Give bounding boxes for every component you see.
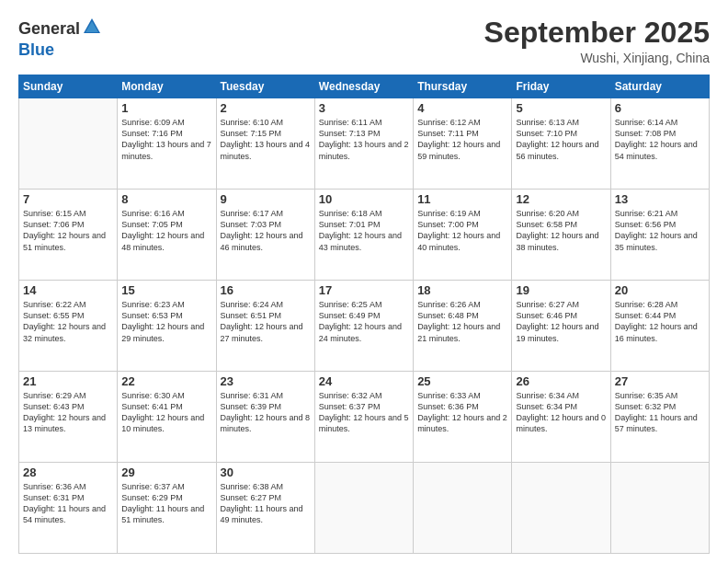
day-info: Sunrise: 6:17 AM Sunset: 7:03 PM Dayligh… [221,208,311,253]
day-number: 27 [615,374,705,388]
day-number: 19 [516,283,606,297]
day-number: 26 [516,374,606,388]
col-wednesday: Wednesday [314,75,413,98]
day-number: 29 [121,465,211,479]
day-info: Sunrise: 6:28 AM Sunset: 6:44 PM Dayligh… [615,299,705,344]
page: General Blue September 2025 Wushi, Xinji… [0,0,728,563]
table-row: 3Sunrise: 6:11 AM Sunset: 7:13 PM Daylig… [314,98,413,190]
table-row: 16Sunrise: 6:24 AM Sunset: 6:51 PM Dayli… [216,281,314,372]
table-row: 2Sunrise: 6:10 AM Sunset: 7:15 PM Daylig… [216,98,314,190]
table-row: 22Sunrise: 6:30 AM Sunset: 6:41 PM Dayli… [118,372,216,463]
day-number: 21 [23,374,113,388]
day-info: Sunrise: 6:09 AM Sunset: 7:16 PM Dayligh… [121,117,211,162]
day-number: 22 [121,374,211,388]
table-row [512,463,610,554]
day-info: Sunrise: 6:18 AM Sunset: 7:01 PM Dayligh… [319,208,409,253]
col-saturday: Saturday [610,75,709,98]
table-row: 1Sunrise: 6:09 AM Sunset: 7:16 PM Daylig… [118,98,216,190]
day-info: Sunrise: 6:31 AM Sunset: 6:39 PM Dayligh… [221,390,311,435]
header: General Blue September 2025 Wushi, Xinji… [18,17,710,65]
col-friday: Friday [512,75,610,98]
table-row [414,463,512,554]
day-number: 20 [615,283,705,297]
day-number: 4 [417,101,507,115]
table-row: 30Sunrise: 6:38 AM Sunset: 6:27 PM Dayli… [216,463,314,554]
calendar-table: Sunday Monday Tuesday Wednesday Thursday… [18,75,710,554]
calendar-header-row: Sunday Monday Tuesday Wednesday Thursday… [19,75,710,98]
day-info: Sunrise: 6:29 AM Sunset: 6:43 PM Dayligh… [23,390,113,435]
table-row: 10Sunrise: 6:18 AM Sunset: 7:01 PM Dayli… [314,190,413,281]
table-row: 5Sunrise: 6:13 AM Sunset: 7:10 PM Daylig… [512,98,610,190]
day-number: 10 [319,192,409,206]
day-number: 14 [23,283,113,297]
day-info: Sunrise: 6:26 AM Sunset: 6:48 PM Dayligh… [417,299,507,344]
day-info: Sunrise: 6:10 AM Sunset: 7:15 PM Dayligh… [221,117,311,162]
day-number: 9 [221,192,311,206]
month-title: September 2025 [484,17,710,49]
day-number: 2 [221,101,311,115]
day-number: 15 [121,283,211,297]
day-info: Sunrise: 6:34 AM Sunset: 6:34 PM Dayligh… [516,390,606,435]
day-number: 12 [516,192,606,206]
day-number: 24 [319,374,409,388]
day-info: Sunrise: 6:14 AM Sunset: 7:08 PM Dayligh… [615,117,705,162]
table-row: 11Sunrise: 6:19 AM Sunset: 7:00 PM Dayli… [414,190,512,281]
day-info: Sunrise: 6:23 AM Sunset: 6:53 PM Dayligh… [121,299,211,344]
day-number: 11 [417,192,507,206]
day-info: Sunrise: 6:20 AM Sunset: 6:58 PM Dayligh… [516,208,606,253]
table-row: 29Sunrise: 6:37 AM Sunset: 6:29 PM Dayli… [118,463,216,554]
day-info: Sunrise: 6:13 AM Sunset: 7:10 PM Dayligh… [516,117,606,162]
table-row: 14Sunrise: 6:22 AM Sunset: 6:55 PM Dayli… [19,281,118,372]
table-row: 26Sunrise: 6:34 AM Sunset: 6:34 PM Dayli… [512,372,610,463]
day-number: 5 [516,101,606,115]
day-info: Sunrise: 6:35 AM Sunset: 6:32 PM Dayligh… [615,390,705,435]
calendar-week-row: 21Sunrise: 6:29 AM Sunset: 6:43 PM Dayli… [19,372,710,463]
table-row: 20Sunrise: 6:28 AM Sunset: 6:44 PM Dayli… [610,281,709,372]
day-number: 3 [319,101,409,115]
day-info: Sunrise: 6:12 AM Sunset: 7:11 PM Dayligh… [417,117,507,162]
table-row [314,463,413,554]
table-row: 25Sunrise: 6:33 AM Sunset: 6:36 PM Dayli… [414,372,512,463]
table-row: 7Sunrise: 6:15 AM Sunset: 7:06 PM Daylig… [19,190,118,281]
day-info: Sunrise: 6:21 AM Sunset: 6:56 PM Dayligh… [615,208,705,253]
calendar-week-row: 7Sunrise: 6:15 AM Sunset: 7:06 PM Daylig… [19,190,710,281]
logo: General Blue [18,17,102,60]
col-monday: Monday [118,75,216,98]
table-row: 17Sunrise: 6:25 AM Sunset: 6:49 PM Dayli… [314,281,413,372]
day-info: Sunrise: 6:16 AM Sunset: 7:05 PM Dayligh… [121,208,211,253]
day-info: Sunrise: 6:24 AM Sunset: 6:51 PM Dayligh… [221,299,311,344]
calendar-week-row: 1Sunrise: 6:09 AM Sunset: 7:16 PM Daylig… [19,98,710,190]
table-row [610,463,709,554]
day-info: Sunrise: 6:33 AM Sunset: 6:36 PM Dayligh… [417,390,507,435]
logo-general-text: General [18,19,80,39]
logo-blue-text: Blue [18,40,54,59]
logo-icon [82,17,102,40]
table-row: 15Sunrise: 6:23 AM Sunset: 6:53 PM Dayli… [118,281,216,372]
table-row: 19Sunrise: 6:27 AM Sunset: 6:46 PM Dayli… [512,281,610,372]
table-row: 13Sunrise: 6:21 AM Sunset: 6:56 PM Dayli… [610,190,709,281]
day-info: Sunrise: 6:25 AM Sunset: 6:49 PM Dayligh… [319,299,409,344]
day-info: Sunrise: 6:38 AM Sunset: 6:27 PM Dayligh… [221,481,311,526]
day-number: 30 [221,465,311,479]
day-info: Sunrise: 6:37 AM Sunset: 6:29 PM Dayligh… [121,481,211,526]
table-row: 4Sunrise: 6:12 AM Sunset: 7:11 PM Daylig… [414,98,512,190]
col-thursday: Thursday [414,75,512,98]
day-info: Sunrise: 6:27 AM Sunset: 6:46 PM Dayligh… [516,299,606,344]
location: Wushi, Xinjiang, China [484,51,710,65]
table-row: 6Sunrise: 6:14 AM Sunset: 7:08 PM Daylig… [610,98,709,190]
table-row: 8Sunrise: 6:16 AM Sunset: 7:05 PM Daylig… [118,190,216,281]
day-info: Sunrise: 6:11 AM Sunset: 7:13 PM Dayligh… [319,117,409,162]
col-sunday: Sunday [19,75,118,98]
day-number: 1 [121,101,211,115]
table-row: 21Sunrise: 6:29 AM Sunset: 6:43 PM Dayli… [19,372,118,463]
day-number: 8 [121,192,211,206]
table-row: 23Sunrise: 6:31 AM Sunset: 6:39 PM Dayli… [216,372,314,463]
table-row: 28Sunrise: 6:36 AM Sunset: 6:31 PM Dayli… [19,463,118,554]
day-number: 23 [221,374,311,388]
day-info: Sunrise: 6:30 AM Sunset: 6:41 PM Dayligh… [121,390,211,435]
day-info: Sunrise: 6:36 AM Sunset: 6:31 PM Dayligh… [23,481,113,526]
day-number: 25 [417,374,507,388]
calendar-week-row: 14Sunrise: 6:22 AM Sunset: 6:55 PM Dayli… [19,281,710,372]
day-number: 18 [417,283,507,297]
day-info: Sunrise: 6:15 AM Sunset: 7:06 PM Dayligh… [23,208,113,253]
